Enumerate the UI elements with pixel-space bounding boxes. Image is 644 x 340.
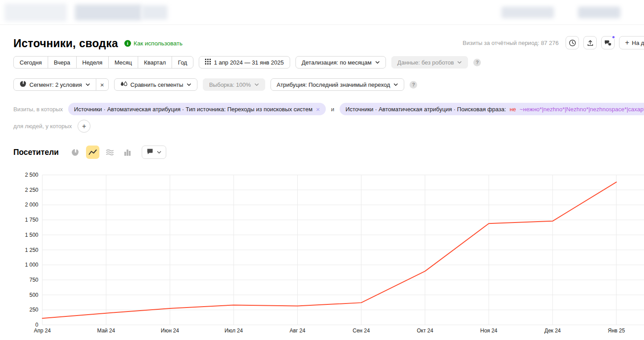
filter-chip-search-phrase[interactable]: Источники · Автоматическая атрибуция · П… (340, 103, 644, 115)
filter-not-operator: не (509, 106, 516, 113)
svg-text:1 750: 1 750 (25, 217, 38, 223)
comment-bubble-icon (147, 148, 153, 156)
segment-dropdown[interactable]: Сегмент: 2 условия (13, 78, 96, 91)
detalization-dropdown[interactable]: Детализация: по месяцам (295, 56, 386, 69)
data-mode-dropdown[interactable]: Данные: без роботов (391, 56, 468, 69)
remove-filter-icon[interactable]: × (316, 106, 320, 113)
svg-text:2 000: 2 000 (25, 202, 38, 208)
svg-text:Сен 24: Сен 24 (353, 328, 370, 334)
area-chart-icon[interactable] (103, 146, 117, 159)
page-title: Источники, сводка (13, 37, 118, 50)
filter-chip-text: Источники · Автоматическая атрибуция · П… (345, 106, 506, 113)
clear-segment-button[interactable]: × (96, 78, 109, 91)
detalization-label: Детализация: по месяцам (302, 59, 372, 66)
svg-text:500: 500 (29, 292, 38, 298)
notification-badge (611, 35, 615, 39)
redacted-logo (4, 4, 67, 21)
period-yesterday-button[interactable]: Вчера (48, 56, 77, 69)
chevron-down-icon (187, 83, 191, 86)
attribution-label: Атрибуция: Последний значимый переход (277, 81, 390, 88)
add-to-dashboard-button[interactable]: + На да (619, 36, 644, 49)
help-icon[interactable]: ? (410, 81, 417, 89)
add-condition-button[interactable]: + (78, 120, 90, 133)
svg-text:Июл 24: Июл 24 (225, 328, 243, 334)
chevron-down-icon (86, 83, 90, 86)
segment-group: Сегмент: 2 условия × (13, 78, 109, 91)
period-year-button[interactable]: Год (172, 56, 193, 69)
plus-icon: + (625, 39, 629, 47)
date-range-button[interactable]: 1 апр 2024 — 31 янв 2025 (199, 56, 290, 69)
period-quarter-button[interactable]: Квартал (138, 56, 172, 69)
upload-icon (587, 39, 594, 47)
export-button[interactable] (583, 36, 597, 49)
how-to-use-link[interactable]: i Как использовать (124, 40, 183, 47)
bar-chart-icon[interactable] (121, 146, 134, 159)
period-toolbar: Сегодня Вчера Неделя Месяц Квартал Год 1… (13, 56, 481, 69)
chevron-down-icon (157, 151, 161, 154)
redacted-nav-item (142, 5, 168, 20)
filter-phrase-pattern: ~нежно*|nezhno*|Nezhno*|nezhnospace*|сах… (520, 106, 644, 113)
filter-chip-text: Источники · Автоматическая атрибуция · Т… (74, 106, 312, 113)
svg-text:2 500: 2 500 (25, 172, 38, 178)
redacted-account-item (501, 7, 554, 18)
how-to-use-label: Как использовать (134, 40, 183, 47)
chevron-down-icon (375, 61, 380, 64)
svg-text:1 500: 1 500 (25, 232, 38, 238)
svg-text:Дек 24: Дек 24 (545, 328, 561, 334)
info-icon: i (124, 40, 131, 47)
svg-text:250: 250 (29, 307, 38, 313)
svg-text:Ноя 24: Ноя 24 (480, 328, 498, 334)
svg-text:1 000: 1 000 (25, 262, 38, 268)
segment-pie-icon (20, 81, 26, 89)
data-mode-label: Данные: без роботов (398, 59, 454, 66)
chart-type-switcher (69, 146, 166, 159)
calendar-grid-icon (205, 59, 211, 66)
visits-summary: Визиты за отчётный период: 87 276 (463, 40, 558, 46)
chevron-down-icon (394, 83, 398, 86)
title-row: Источники, сводка i Как использовать (13, 36, 183, 51)
add-to-dashboard-label: На да (632, 40, 644, 46)
compare-segments-dropdown[interactable]: Сравнить сегменты (114, 78, 198, 91)
attribution-dropdown[interactable]: Атрибуция: Последний значимый переход (271, 78, 405, 91)
section-title: Посетители (13, 148, 59, 157)
redacted-account-item (578, 7, 620, 18)
close-icon: × (100, 81, 104, 88)
svg-text:750: 750 (29, 277, 38, 283)
clock-icon (569, 39, 576, 47)
svg-text:Июн 24: Июн 24 (161, 328, 179, 334)
period-week-button[interactable]: Неделя (76, 56, 109, 69)
annotations-dropdown[interactable] (142, 146, 166, 159)
svg-text:2 250: 2 250 (25, 187, 38, 193)
people-condition-row: для людей, у которых + (13, 120, 90, 133)
svg-text:Май 24: Май 24 (97, 328, 115, 334)
svg-text:0: 0 (35, 322, 38, 328)
redacted-nav-item (75, 4, 142, 20)
svg-text:Апр 24: Апр 24 (34, 328, 51, 334)
visitors-chart[interactable]: 02505007501 0001 2501 5001 7502 0002 250… (0, 172, 644, 340)
segment-label: Сегмент: 2 условия (29, 81, 82, 88)
segment-toolbar: Сегмент: 2 условия × Сравнить сегменты В… (13, 78, 417, 91)
top-actions: Визиты за отчётный период: 87 276 + На д… (463, 36, 644, 50)
sampling-label: Выборка: 100% (209, 81, 251, 88)
compare-segments-label: Сравнить сегменты (131, 81, 184, 88)
chevron-down-icon (457, 61, 462, 64)
filter-chips-row: Визиты, в которых Источники · Автоматиче… (13, 103, 644, 115)
svg-text:Янв 25: Янв 25 (608, 328, 625, 334)
sampling-dropdown[interactable]: Выборка: 100% (203, 78, 265, 91)
top-navigation-bar (0, 0, 644, 25)
period-month-button[interactable]: Месяц (108, 56, 138, 69)
pie-chart-icon[interactable] (69, 146, 82, 159)
compare-drops-icon (120, 81, 127, 89)
line-chart-icon[interactable] (86, 146, 99, 159)
visits-in-which-label: Визиты, в которых (13, 106, 63, 113)
period-today-button[interactable]: Сегодня (13, 56, 48, 69)
filter-chip-source-type[interactable]: Источники · Автоматическая атрибуция · Т… (68, 103, 326, 115)
date-range-label: 1 апр 2024 — 31 янв 2025 (214, 59, 284, 66)
svg-text:Авг 24: Авг 24 (290, 328, 306, 334)
help-icon[interactable]: ? (473, 59, 481, 66)
for-people-label: для людей, у которых (13, 123, 72, 130)
period-segmented-control: Сегодня Вчера Неделя Месяц Квартал Год (13, 56, 193, 69)
comments-button[interactable] (601, 36, 615, 49)
svg-text:Окт 24: Окт 24 (417, 328, 433, 334)
history-button[interactable] (566, 36, 579, 49)
